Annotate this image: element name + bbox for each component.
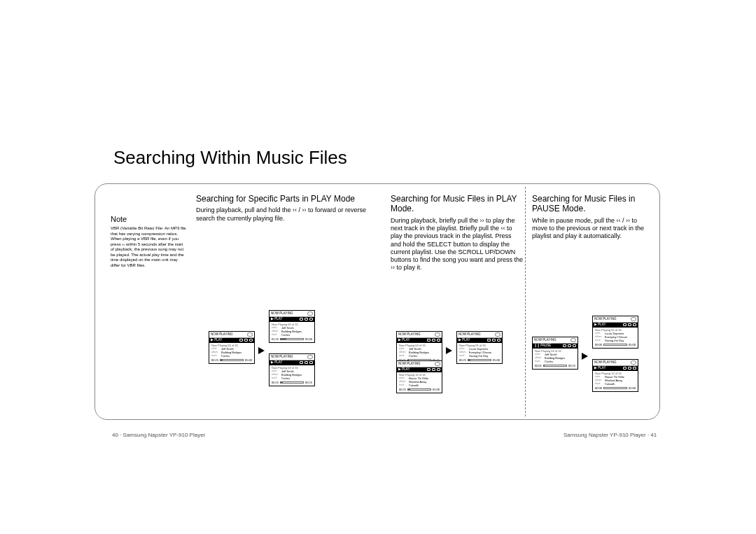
device-screen: NOW PLAYING ▶ PLAY Now Playing 04 of 16 …	[209, 331, 255, 364]
section2-body: During playback, briefly pull the ›› to …	[391, 217, 524, 272]
content-panel: Note VBR (Variable Bit Rate) File: An MP…	[94, 183, 660, 420]
section-divider	[525, 187, 526, 416]
device-screen: NOW PLAYING ▶ PLAY Now Playing 10 of 16 …	[396, 360, 442, 393]
page-title: Searching Within Music Files	[113, 147, 347, 169]
note-heading: Note	[111, 215, 188, 223]
section3-heading: Searching for Music Files in PAUSE Mode.	[532, 194, 651, 214]
section2-heading: Searching for Music Files in PLAY Mode.	[391, 194, 524, 214]
section-play-search-files: Searching for Music Files in PLAY Mode. …	[391, 194, 524, 272]
arrow-icon	[258, 347, 265, 354]
device-screen: NOW PLAYING ▶ PLAY Now Playing 05 of 16 …	[456, 331, 503, 364]
device-screen: NOW PLAYING ▶ PLAY Now Playing 04 of 16 …	[269, 353, 315, 386]
footer-right: Samsung Napster YP-910 Player · 41	[564, 432, 657, 438]
arrow-icon	[582, 353, 588, 360]
section1-heading: Searching for Specific Parts in PLAY Mod…	[196, 194, 385, 204]
section-play-search-parts: Searching for Specific Parts in PLAY Mod…	[196, 194, 385, 223]
device-screen: NOW PLAYING ▶ PLAY Now Playing 04 of 16 …	[396, 331, 442, 364]
section-pause-search-files: Searching for Music Files in PAUSE Mode.…	[532, 194, 651, 241]
device-screen: NOW PLAYING ▶ PLAY Now Playing 10 of 16 …	[592, 359, 638, 392]
note-column: Note VBR (Variable Bit Rate) File: An MP…	[111, 215, 188, 268]
section3-body: While in pause mode, pull the ‹‹ / ›› to…	[532, 217, 651, 241]
device-screen: NOW PLAYING ❙❙ PAUSE Now Playing 04 of 1…	[532, 337, 578, 370]
section1-body: During playback, pull and hold the ‹‹ / …	[196, 206, 385, 223]
device-screen: NOW PLAYING ▶ PLAY Now Playing 05 of 16 …	[592, 316, 638, 349]
device-screen: NOW PLAYING ▶ PLAY Now Playing 04 of 16 …	[269, 310, 315, 343]
note-body: VBR (Variable Bit Rate) File: An MP3 fil…	[111, 226, 188, 268]
arrow-icon	[446, 347, 452, 354]
footer-left: 40 · Samsung Napster YP-910 Player	[112, 432, 205, 438]
